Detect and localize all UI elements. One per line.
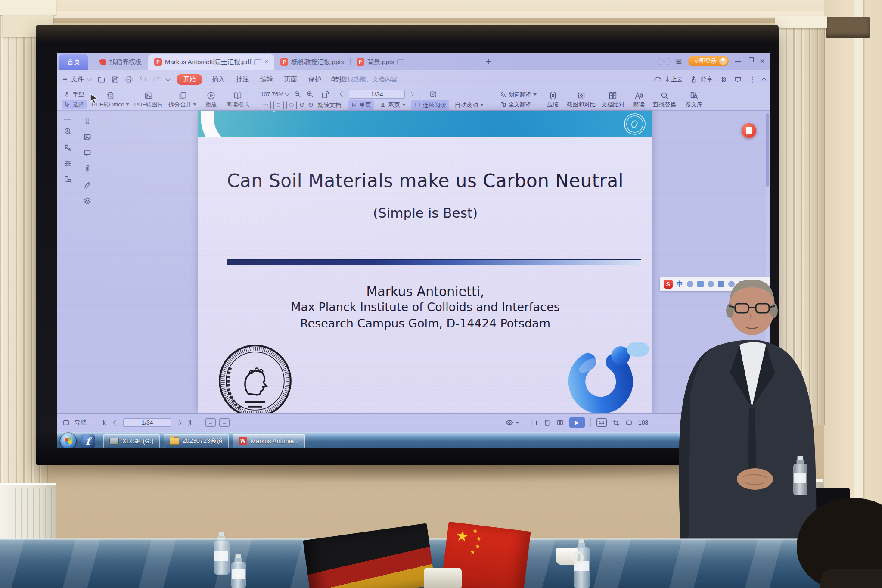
double-page-button[interactable]: 双页 <box>377 100 409 110</box>
menu-comment[interactable]: 批注 <box>236 75 249 84</box>
menu-page[interactable]: 页面 <box>284 75 297 84</box>
find-replace-button[interactable]: 查找替换 <box>652 91 677 109</box>
comment-panel-icon[interactable] <box>83 149 92 157</box>
open-folder-icon[interactable] <box>97 75 106 84</box>
prev-page-icon[interactable] <box>340 91 345 97</box>
hamburger-menu-icon[interactable]: ≡ <box>62 75 67 84</box>
rotate-right-icon[interactable]: ↻ <box>307 102 313 109</box>
full-translate-button[interactable]: 全文翻译 <box>497 100 539 109</box>
tab-docer-templates[interactable]: 找稻壳模板 <box>94 54 148 70</box>
scrollbar-thumb[interactable] <box>766 113 769 187</box>
continuous-read-button[interactable]: 连续阅读 <box>411 100 449 110</box>
image-panel-icon[interactable] <box>83 133 92 141</box>
chevron-down-icon[interactable] <box>87 76 92 81</box>
prev-page-button[interactable] <box>113 420 118 426</box>
signature-pen-icon[interactable] <box>83 180 92 189</box>
next-page-icon[interactable] <box>408 91 414 97</box>
print-icon[interactable] <box>125 75 133 84</box>
tab-markus-pdf[interactable]: P Markus Antonietti院士汇报.pdf × <box>148 54 274 70</box>
read-mode-button[interactable]: 阅读模式 <box>226 91 250 109</box>
forward-view-button[interactable]: → <box>219 418 230 427</box>
fit-width-button[interactable] <box>286 101 297 109</box>
hand-tool[interactable]: 手型 <box>62 90 87 99</box>
status-actual-size[interactable]: 1:1 <box>596 418 607 427</box>
workspace-grid-icon[interactable]: ⊞ <box>676 58 682 65</box>
search-annotate-icon[interactable] <box>63 127 72 136</box>
attachment-icon[interactable] <box>83 165 92 173</box>
bookmark-icon[interactable] <box>83 117 92 125</box>
word-translate-button[interactable]: 划词翻译 <box>497 90 539 99</box>
compress-button[interactable]: 压缩 <box>544 91 562 109</box>
first-page-button[interactable] <box>103 420 108 425</box>
minimize-button[interactable] <box>735 61 741 62</box>
split-merge-button[interactable]: 拆分合并 <box>168 91 196 109</box>
play-slide-icon[interactable] <box>397 59 404 65</box>
double-page-mode-icon[interactable] <box>556 419 564 426</box>
tab-background-pptx[interactable]: P 背景.pptx <box>351 54 411 70</box>
play-slide-icon[interactable] <box>254 59 261 65</box>
taskbar-xdisk[interactable]: XDISK (G:) <box>103 434 160 448</box>
status-page-field[interactable]: 1/34 <box>123 418 171 427</box>
continuous-mode-icon[interactable] <box>531 419 538 426</box>
undo-button[interactable] <box>139 75 147 84</box>
pdf-to-image-button[interactable]: PDF转图片 <box>134 91 164 109</box>
promo-float-button[interactable] <box>742 123 756 138</box>
next-page-button[interactable] <box>176 420 182 426</box>
play-mode-button[interactable]: ▶ <box>569 417 585 428</box>
file-menu[interactable]: 文件 <box>71 75 84 84</box>
taskbar-folder[interactable]: 20230723会谈 <box>164 434 229 448</box>
read-aloud-button[interactable]: 朗读 <box>630 91 647 109</box>
rotate-left-icon[interactable]: ↺ <box>299 102 305 109</box>
menu-start[interactable]: 开始 <box>177 74 202 85</box>
new-tab-button[interactable]: + <box>486 56 491 67</box>
back-view-button[interactable]: ← <box>205 418 216 427</box>
translate-tool-icon[interactable] <box>63 143 72 152</box>
menu-insert[interactable]: 插入 <box>212 75 225 84</box>
login-button[interactable]: 立即登录 <box>688 56 729 66</box>
tab-yangfan-pptx[interactable]: P 杨帆教授汇报.pptx <box>274 54 350 70</box>
gear-icon[interactable] <box>719 75 727 84</box>
layers-icon[interactable] <box>83 196 92 205</box>
chevron-down-icon[interactable] <box>165 76 170 81</box>
zoom-level[interactable]: 107.76% <box>261 91 289 97</box>
cloud-status[interactable]: 未上云 <box>653 75 683 84</box>
single-page-button[interactable]: 单页 <box>348 100 374 110</box>
restore-button[interactable] <box>748 59 753 64</box>
library-rail-icon[interactable] <box>63 175 72 184</box>
feedback-icon[interactable] <box>734 75 742 84</box>
search-input[interactable] <box>340 75 480 83</box>
flash-player-icon[interactable]: f <box>81 434 95 448</box>
close-button[interactable]: × <box>760 58 765 65</box>
menu-protect[interactable]: 保护 <box>308 75 321 84</box>
settings-sliders-icon[interactable] <box>63 159 72 168</box>
more-options-icon[interactable]: ⋮ <box>748 75 756 84</box>
share-button[interactable]: 分享 <box>689 75 713 84</box>
save-icon[interactable] <box>111 75 119 84</box>
screenshot-compare-button[interactable]: 截图和对比 <box>567 91 596 109</box>
close-tab-icon[interactable]: × <box>264 59 268 65</box>
search-library-button[interactable]: 搜文库 <box>682 91 706 109</box>
zoom-out-icon[interactable] <box>293 90 301 98</box>
fit-page-button[interactable] <box>273 101 284 109</box>
fit-page-status-icon[interactable] <box>612 419 620 426</box>
collapse-ribbon-icon[interactable] <box>761 78 766 82</box>
rotate-doc-label[interactable]: 旋转文档 <box>318 101 341 109</box>
navigation-label[interactable]: 导航 <box>75 419 87 426</box>
navigation-panel-icon[interactable] <box>62 419 70 426</box>
last-page-button[interactable] <box>186 420 191 425</box>
eye-protect-button[interactable] <box>505 418 519 427</box>
auto-scroll-button[interactable]: 自动滚动 <box>452 100 487 110</box>
rail-handle[interactable] <box>64 119 71 120</box>
single-page-mode-icon[interactable] <box>543 419 551 426</box>
menu-edit[interactable]: 编辑 <box>260 75 273 84</box>
taskbar-wps-document[interactable]: W Markus Antonie... <box>233 434 305 448</box>
tab-home[interactable]: 首页 <box>59 54 88 70</box>
redo-button[interactable] <box>152 75 161 84</box>
select-tool[interactable]: 选择 <box>62 100 87 109</box>
play-button[interactable]: 播放 <box>202 91 220 109</box>
start-button[interactable] <box>60 432 77 448</box>
actual-size-button[interactable]: 1:1 <box>261 101 271 109</box>
page-indicator-field[interactable]: 1/34 <box>349 90 405 99</box>
multi-window-icon[interactable]: 3 <box>659 58 669 65</box>
doc-compare-button[interactable]: 文档比对 <box>601 91 625 109</box>
